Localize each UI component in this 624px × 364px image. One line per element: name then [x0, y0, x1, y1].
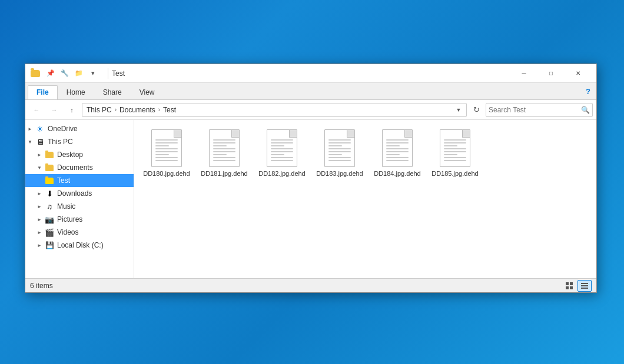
- search-input[interactable]: [489, 106, 581, 114]
- qa-pin-button[interactable]: 📌: [44, 68, 57, 79]
- sidebar-item-documents[interactable]: ▼ Documents: [25, 161, 134, 174]
- doc-line: [155, 160, 178, 161]
- sidebar-label-pictures: Pictures: [57, 215, 82, 223]
- file-area: DD180.jpg.dehd: [134, 120, 596, 278]
- sidebar-item-music[interactable]: ► ♫ Music: [25, 200, 134, 213]
- toggle-this-pc[interactable]: ▼: [25, 135, 35, 148]
- sidebar-item-this-pc[interactable]: ▼ 🖥 This PC: [25, 135, 134, 148]
- file-icon-5: [440, 129, 470, 167]
- breadcrumb-documents[interactable]: Documents: [118, 106, 157, 114]
- doc-line: [328, 160, 351, 161]
- doc-line: [328, 151, 351, 152]
- help-button[interactable]: ?: [580, 83, 596, 99]
- doc-line: [386, 145, 400, 146]
- doc-line: [386, 139, 409, 141]
- toggle-documents[interactable]: ▼: [35, 161, 44, 174]
- doc-line: [271, 157, 293, 158]
- doc-line: [155, 142, 178, 143]
- minimize-button[interactable]: ─: [510, 64, 537, 83]
- file-name-4: DD184.jpg.dehd: [374, 169, 421, 178]
- file-item-0[interactable]: DD180.jpg.dehd: [140, 126, 193, 181]
- grid-view-button[interactable]: [562, 280, 576, 292]
- doc-line: [213, 157, 235, 158]
- sidebar-label-desktop: Desktop: [57, 151, 83, 159]
- doc-line: [155, 154, 169, 155]
- toggle-music[interactable]: ►: [35, 200, 44, 213]
- doc-line: [444, 145, 457, 146]
- doc-line: [213, 139, 235, 141]
- svg-rect-1: [570, 282, 573, 285]
- breadcrumb-this-pc[interactable]: This PC: [85, 106, 114, 114]
- sidebar-item-pictures[interactable]: ► 📷 Pictures: [25, 213, 134, 226]
- ribbon: File Home Share View ?: [25, 83, 596, 100]
- svg-rect-4: [581, 283, 588, 284]
- file-item-1[interactable]: DD181.jpg.dehd: [198, 126, 251, 181]
- doc-line: [328, 142, 351, 143]
- qa-properties-button[interactable]: 🔧: [58, 68, 71, 79]
- breadcrumb-arrow-1: ›: [115, 106, 117, 113]
- qa-new-folder-button[interactable]: 📁: [72, 68, 85, 79]
- toggle-videos[interactable]: ►: [35, 226, 44, 239]
- videos-folder-icon: 🎬: [44, 227, 55, 238]
- doc-line: [271, 148, 293, 149]
- sidebar-item-videos[interactable]: ► 🎬 Videos: [25, 226, 134, 239]
- tab-view[interactable]: View: [131, 85, 164, 99]
- file-item-4[interactable]: DD184.jpg.dehd: [371, 126, 424, 181]
- file-item-2[interactable]: DD182.jpg.dehd: [255, 126, 308, 181]
- svg-rect-2: [566, 286, 569, 289]
- music-folder-icon: ♫: [44, 201, 55, 212]
- sidebar-item-onedrive[interactable]: ► ☀ OneDrive: [25, 122, 134, 135]
- doc-line: [386, 151, 409, 152]
- quick-access: 📌 🔧 📁 ▾: [44, 68, 99, 79]
- sidebar-item-local-disk[interactable]: ► 💾 Local Disk (C:): [25, 239, 134, 252]
- file-item-5[interactable]: DD185.jpg.dehd: [429, 126, 482, 181]
- search-icon[interactable]: 🔍: [581, 106, 590, 114]
- tab-share[interactable]: Share: [94, 85, 131, 99]
- file-grid: DD180.jpg.dehd: [140, 126, 590, 181]
- qa-dropdown-button[interactable]: ▾: [87, 68, 99, 79]
- disk-icon: 💾: [44, 240, 55, 251]
- doc-line: [271, 142, 293, 143]
- doc-line: [155, 148, 178, 149]
- file-item-3[interactable]: DD183.jpg.dehd: [313, 126, 366, 181]
- grid-view-icon: [565, 282, 573, 290]
- file-name-5: DD185.jpg.dehd: [432, 169, 479, 178]
- file-icon-3: [324, 129, 355, 167]
- window-title: Test: [112, 69, 510, 78]
- up-button[interactable]: ↑: [64, 102, 79, 118]
- file-name-3: DD183.jpg.dehd: [316, 169, 363, 178]
- forward-button[interactable]: →: [47, 102, 62, 118]
- doc-line: [271, 160, 293, 161]
- toggle-downloads[interactable]: ►: [35, 187, 44, 200]
- doc-line: [155, 151, 178, 152]
- status-bar: 6 items: [25, 278, 596, 292]
- restore-button[interactable]: □: [537, 64, 565, 83]
- sidebar-label-videos: Videos: [57, 228, 78, 236]
- doc-line: [155, 145, 169, 146]
- list-view-button[interactable]: [577, 280, 592, 292]
- doc-line: [386, 148, 409, 149]
- doc-line: [155, 157, 178, 158]
- toggle-onedrive[interactable]: ►: [25, 122, 35, 135]
- doc-line: [213, 148, 235, 149]
- doc-line: [213, 160, 235, 161]
- address-dropdown-button[interactable]: ▼: [453, 103, 464, 116]
- breadcrumb-test[interactable]: Test: [161, 106, 178, 114]
- sidebar-item-downloads[interactable]: ► ⬇ Downloads: [25, 187, 134, 200]
- sidebar-item-test[interactable]: Test: [25, 174, 134, 187]
- address-bar[interactable]: This PC › Documents › Test ▼: [82, 103, 467, 117]
- tab-file[interactable]: File: [28, 85, 58, 99]
- toggle-pictures[interactable]: ►: [35, 213, 44, 226]
- refresh-button[interactable]: ↻: [469, 103, 483, 117]
- back-button[interactable]: ←: [29, 102, 44, 118]
- doc-line: [386, 154, 400, 155]
- file-name-2: DD182.jpg.dehd: [258, 169, 306, 178]
- toggle-desktop[interactable]: ►: [35, 148, 44, 161]
- doc-line: [155, 139, 178, 141]
- search-box[interactable]: 🔍: [486, 103, 593, 117]
- tab-home[interactable]: Home: [58, 85, 94, 99]
- close-button[interactable]: ✕: [565, 64, 592, 83]
- pictures-folder-icon: 📷: [44, 214, 55, 225]
- toggle-local-disk[interactable]: ►: [35, 239, 44, 252]
- sidebar-item-desktop[interactable]: ► Desktop: [25, 148, 134, 161]
